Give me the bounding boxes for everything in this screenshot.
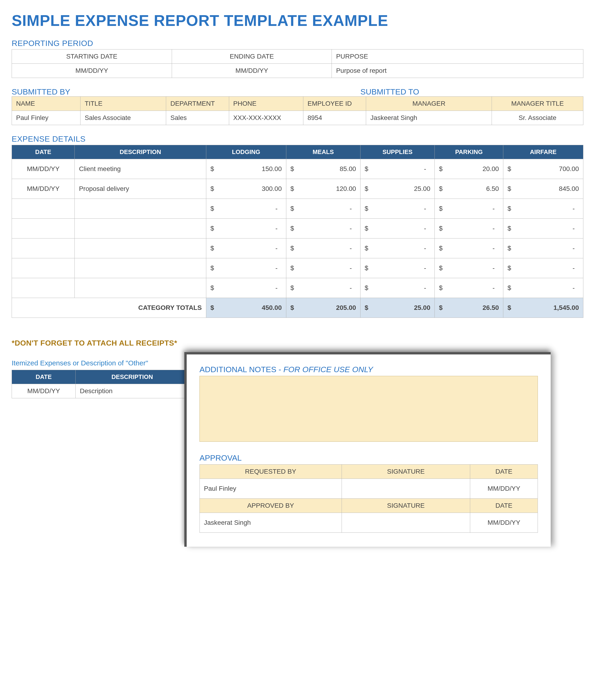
expense-supplies-cell[interactable]: $-	[360, 199, 434, 219]
empid-cell[interactable]: 8954	[303, 111, 366, 125]
col-manager: MANAGER	[366, 96, 492, 111]
expense-airfare-cell[interactable]: $845.00	[503, 179, 583, 199]
expense-airfare-cell[interactable]: $700.00	[503, 159, 583, 179]
purpose-cell[interactable]: Purpose of report	[332, 64, 583, 78]
itemized-desc-cell[interactable]: Description	[76, 384, 189, 398]
expense-supplies-cell[interactable]: $-	[360, 258, 434, 278]
expense-supplies-cell[interactable]: $-	[360, 239, 434, 258]
expense-lodging-cell[interactable]: $-	[206, 199, 286, 219]
total-airfare: $1,545.00	[503, 298, 583, 318]
col-dept: DEPARTMENT	[166, 96, 229, 111]
section-reporting-period: REPORTING PERIOD	[12, 39, 583, 48]
total-meals: $205.00	[286, 298, 360, 318]
expense-date-cell[interactable]	[12, 278, 75, 298]
expense-date-cell[interactable]: MM/DD/YY	[12, 179, 75, 199]
expense-date-cell[interactable]	[12, 258, 75, 278]
expense-parking-cell[interactable]: $20.00	[435, 159, 503, 179]
col-date: DATE	[470, 465, 538, 479]
col-title: TITLE	[80, 96, 166, 111]
total-lodging: $450.00	[206, 298, 286, 318]
expense-supplies-cell[interactable]: $-	[360, 219, 434, 239]
receipts-reminder: *DON'T FORGET TO ATTACH ALL RECEIPTS*	[12, 339, 583, 347]
col-description: DESCRIPTION	[75, 145, 206, 159]
approval-heading: APPROVAL	[199, 453, 538, 463]
expense-desc-cell[interactable]	[75, 219, 206, 239]
itemized-table: DATE DESCRIPTION MM/DD/YY Description	[12, 370, 189, 398]
approval-table: REQUESTED BY SIGNATURE DATE Paul Finley …	[199, 464, 538, 533]
expense-lodging-cell[interactable]: $150.00	[206, 159, 286, 179]
expense-parking-cell[interactable]: $-	[435, 219, 503, 239]
itemized-col-date: DATE	[12, 370, 76, 384]
expense-lodging-cell[interactable]: $-	[206, 258, 286, 278]
col-requested-by: REQUESTED BY	[200, 465, 342, 479]
col-lodging: LODGING	[206, 145, 286, 159]
expense-meals-cell[interactable]: $85.00	[286, 159, 360, 179]
expense-supplies-cell[interactable]: $-	[360, 159, 434, 179]
col-approved-by: APPROVED BY	[200, 499, 342, 513]
starting-date-cell[interactable]: MM/DD/YY	[12, 64, 172, 78]
expense-airfare-cell[interactable]: $-	[503, 278, 583, 298]
col-starting-date: STARTING DATE	[12, 50, 172, 64]
expense-lodging-cell[interactable]: $-	[206, 239, 286, 258]
expense-date-cell[interactable]	[12, 219, 75, 239]
page-title: SIMPLE EXPENSE REPORT TEMPLATE EXAMPLE	[12, 12, 583, 29]
expense-meals-cell[interactable]: $-	[286, 239, 360, 258]
expense-parking-cell[interactable]: $-	[435, 239, 503, 258]
expense-parking-cell[interactable]: $-	[435, 258, 503, 278]
itemized-date-cell[interactable]: MM/DD/YY	[12, 384, 76, 398]
expense-desc-cell[interactable]: Proposal delivery	[75, 179, 206, 199]
total-parking: $26.50	[435, 298, 503, 318]
expense-desc-cell[interactable]: Client meeting	[75, 159, 206, 179]
expense-lodging-cell[interactable]: $-	[206, 278, 286, 298]
office-use-overlay: ADDITIONAL NOTES - FOR OFFICE USE ONLY A…	[184, 352, 551, 547]
expense-supplies-cell[interactable]: $-	[360, 278, 434, 298]
submitted-table: NAME TITLE DEPARTMENT PHONE EMPLOYEE ID …	[12, 96, 583, 125]
expense-desc-cell[interactable]	[75, 258, 206, 278]
expense-date-cell[interactable]	[12, 239, 75, 258]
approved-by-cell[interactable]: Jaskeerat Singh	[200, 513, 342, 533]
expense-meals-cell[interactable]: $-	[286, 258, 360, 278]
expense-airfare-cell[interactable]: $-	[503, 199, 583, 219]
approved-date-cell[interactable]: MM/DD/YY	[470, 513, 538, 533]
dept-cell[interactable]: Sales	[166, 111, 229, 125]
requested-by-cell[interactable]: Paul Finley	[200, 479, 342, 499]
expense-meals-cell[interactable]: $120.00	[286, 179, 360, 199]
expense-supplies-cell[interactable]: $25.00	[360, 179, 434, 199]
expense-lodging-cell[interactable]: $-	[206, 219, 286, 239]
col-empid: EMPLOYEE ID	[303, 96, 366, 111]
col-ending-date: ENDING DATE	[172, 50, 332, 64]
total-supplies: $25.00	[360, 298, 434, 318]
expense-meals-cell[interactable]: $-	[286, 278, 360, 298]
additional-notes-box[interactable]	[199, 376, 538, 442]
expense-desc-cell[interactable]	[75, 239, 206, 258]
col-manager-title: MANAGER TITLE	[492, 96, 583, 111]
requested-date-cell[interactable]: MM/DD/YY	[470, 479, 538, 499]
col-purpose: PURPOSE	[332, 50, 583, 64]
col-meals: MEALS	[286, 145, 360, 159]
section-submitted-to: SUBMITTED TO	[361, 87, 419, 96]
expense-parking-cell[interactable]: $-	[435, 199, 503, 219]
expense-airfare-cell[interactable]: $-	[503, 258, 583, 278]
phone-cell[interactable]: XXX-XXX-XXXX	[229, 111, 303, 125]
requested-signature-cell[interactable]	[342, 479, 470, 499]
expense-desc-cell[interactable]	[75, 278, 206, 298]
expense-meals-cell[interactable]: $-	[286, 219, 360, 239]
expense-parking-cell[interactable]: $6.50	[435, 179, 503, 199]
expense-date-cell[interactable]: MM/DD/YY	[12, 159, 75, 179]
expense-parking-cell[interactable]: $-	[435, 278, 503, 298]
col-signature-2: SIGNATURE	[342, 499, 470, 513]
itemized-col-desc: DESCRIPTION	[76, 370, 189, 384]
expense-airfare-cell[interactable]: $-	[503, 239, 583, 258]
expense-meals-cell[interactable]: $-	[286, 199, 360, 219]
title-cell[interactable]: Sales Associate	[80, 111, 166, 125]
expense-date-cell[interactable]	[12, 199, 75, 219]
approved-signature-cell[interactable]	[342, 513, 470, 533]
expense-airfare-cell[interactable]: $-	[503, 219, 583, 239]
name-cell[interactable]: Paul Finley	[12, 111, 81, 125]
ending-date-cell[interactable]: MM/DD/YY	[172, 64, 332, 78]
manager-title-cell[interactable]: Sr. Associate	[492, 111, 583, 125]
expense-lodging-cell[interactable]: $300.00	[206, 179, 286, 199]
expense-desc-cell[interactable]	[75, 199, 206, 219]
category-totals-label: CATEGORY TOTALS	[12, 298, 206, 318]
manager-cell[interactable]: Jaskeerat Singh	[366, 111, 492, 125]
